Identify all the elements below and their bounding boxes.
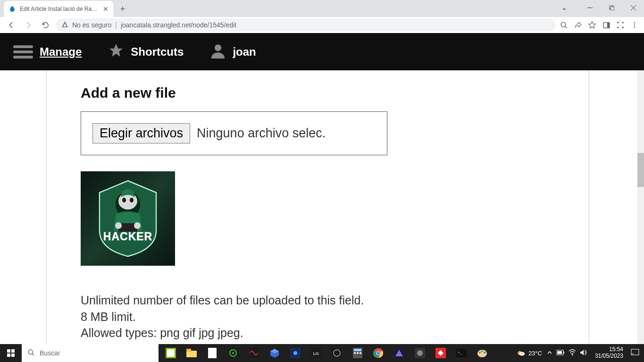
app-lrc-icon[interactable]: Lrc <box>306 344 326 362</box>
svg-point-16 <box>122 198 126 202</box>
taskbar-clock[interactable]: 15:54 31/05/2023 <box>592 346 626 360</box>
clock-time: 15:54 <box>595 346 623 353</box>
svg-point-52 <box>417 350 423 356</box>
svg-rect-45 <box>360 352 361 354</box>
app-gray-icon[interactable] <box>410 344 430 362</box>
help-text: Unlimited number of files can be uploade… <box>81 292 555 341</box>
svg-text:Lrc: Lrc <box>313 351 319 356</box>
svg-point-57 <box>479 352 481 354</box>
app-paint-icon[interactable] <box>472 344 493 362</box>
svg-point-19 <box>115 222 122 229</box>
zoom-icon[interactable] <box>559 20 569 30</box>
tab-bar: Edit Article Instal·lació de Raspbi ✕ + <box>0 0 644 17</box>
reload-button[interactable] <box>39 18 52 32</box>
system-tray: 23°C 15:54 31/05/2023 <box>511 344 644 362</box>
omnibox[interactable]: No es seguro | joancatala.strangled.net/… <box>56 18 555 32</box>
manage-label: Manage <box>40 45 82 59</box>
url-text: joancatala.strangled.net/node/1545/edit <box>121 21 236 29</box>
volume-icon[interactable] <box>580 349 587 357</box>
weather-widget[interactable]: 23°C <box>516 348 542 358</box>
kebab-menu-icon[interactable] <box>630 20 639 30</box>
user-label: joan <box>233 45 256 59</box>
tab-title: Edit Article Instal·lació de Raspbi <box>20 6 99 12</box>
bookmark-star-icon[interactable] <box>587 20 597 30</box>
vertical-scrollbar[interactable] <box>637 70 644 344</box>
svg-point-58 <box>481 350 483 352</box>
svg-rect-24 <box>11 354 15 357</box>
svg-rect-64 <box>557 351 562 354</box>
app-explorer-icon[interactable] <box>181 344 202 362</box>
scrollbar-thumb[interactable] <box>637 153 644 187</box>
chevron-up-icon[interactable] <box>547 350 552 357</box>
content-card: Add a new file Elegir archivos Ninguno a… <box>46 70 589 344</box>
svg-rect-23 <box>7 354 10 357</box>
svg-rect-27 <box>167 349 175 357</box>
side-panel-icon[interactable] <box>602 20 611 30</box>
file-status-text: Ninguno archivo selec. <box>197 126 326 141</box>
help-line-3: Allowed types: png gif jpg jpeg. <box>81 325 555 341</box>
svg-point-11 <box>634 25 636 26</box>
svg-rect-2 <box>611 7 614 10</box>
minimize-button[interactable] <box>579 0 601 15</box>
app-calculator-icon[interactable] <box>347 344 368 362</box>
file-input-wrapper[interactable]: Elegir archivos Ninguno archivo selec. <box>81 111 387 155</box>
section-heading: Add a new file <box>81 85 555 101</box>
svg-rect-44 <box>357 352 359 354</box>
app-dark-blue-icon[interactable] <box>285 344 306 362</box>
back-button[interactable] <box>5 18 18 32</box>
choose-files-button[interactable]: Elegir archivos <box>92 123 190 143</box>
user-menu[interactable]: joan <box>197 33 269 70</box>
svg-point-59 <box>484 352 485 354</box>
app-red-wave-icon[interactable] <box>243 344 264 362</box>
taskbar-apps: Lrc >_ <box>159 344 511 362</box>
app-anydesk-icon[interactable] <box>430 344 451 362</box>
app-green-circle-icon[interactable] <box>223 344 243 362</box>
svg-point-36 <box>293 351 297 355</box>
not-secure-icon <box>61 21 68 29</box>
app-document-icon[interactable] <box>202 344 223 362</box>
svg-point-61 <box>519 352 525 356</box>
app-blue-cube-icon[interactable] <box>264 344 285 362</box>
svg-point-7 <box>622 22 624 23</box>
plus-icon: + <box>120 4 125 14</box>
svg-point-12 <box>634 26 636 28</box>
security-label: No es seguro <box>72 21 111 29</box>
svg-rect-63 <box>563 352 564 354</box>
app-spiral-icon[interactable] <box>326 344 347 362</box>
chevron-down-icon[interactable]: ⌄ <box>553 0 575 15</box>
manage-menu[interactable]: Manage <box>0 33 95 70</box>
omnibox-separator: | <box>115 21 117 29</box>
svg-point-13 <box>215 44 221 51</box>
hamburger-icon <box>13 45 33 59</box>
browser-chrome: Edit Article Instal·lació de Raspbi ✕ + … <box>0 0 644 33</box>
shortcuts-menu[interactable]: Shortcuts <box>95 33 197 70</box>
window-controls: ⌄ <box>553 0 644 15</box>
share-icon[interactable] <box>573 20 583 30</box>
close-window-button[interactable] <box>622 0 644 15</box>
svg-point-9 <box>622 27 624 28</box>
new-tab-button[interactable]: + <box>116 2 129 16</box>
thumbnail-caption: HACKER <box>81 230 175 243</box>
notifications-icon[interactable] <box>631 349 639 358</box>
svg-rect-21 <box>7 349 10 353</box>
app-notepadpp-icon[interactable] <box>160 344 181 362</box>
active-tab[interactable]: Edit Article Instal·lació de Raspbi ✕ <box>4 1 113 17</box>
taskbar-search[interactable]: Buscar <box>22 344 159 362</box>
maximize-button[interactable] <box>601 0 622 15</box>
app-purple-icon[interactable] <box>389 344 410 362</box>
app-chrome-icon[interactable] <box>368 344 389 362</box>
user-icon <box>210 42 226 61</box>
svg-rect-0 <box>587 8 593 8</box>
clock-date: 31/05/2023 <box>595 353 623 360</box>
app-terminal-icon[interactable]: >_ <box>451 344 472 362</box>
star-icon <box>108 42 124 61</box>
svg-rect-28 <box>186 351 197 357</box>
wifi-icon[interactable] <box>569 349 576 357</box>
extensions-icon[interactable] <box>616 20 625 30</box>
close-tab-icon[interactable]: ✕ <box>103 5 109 13</box>
start-button[interactable] <box>0 344 22 362</box>
shortcuts-label: Shortcuts <box>131 45 184 59</box>
image-thumbnail[interactable]: HACKER <box>81 171 175 266</box>
svg-point-6 <box>617 22 619 23</box>
battery-icon[interactable] <box>556 350 565 357</box>
